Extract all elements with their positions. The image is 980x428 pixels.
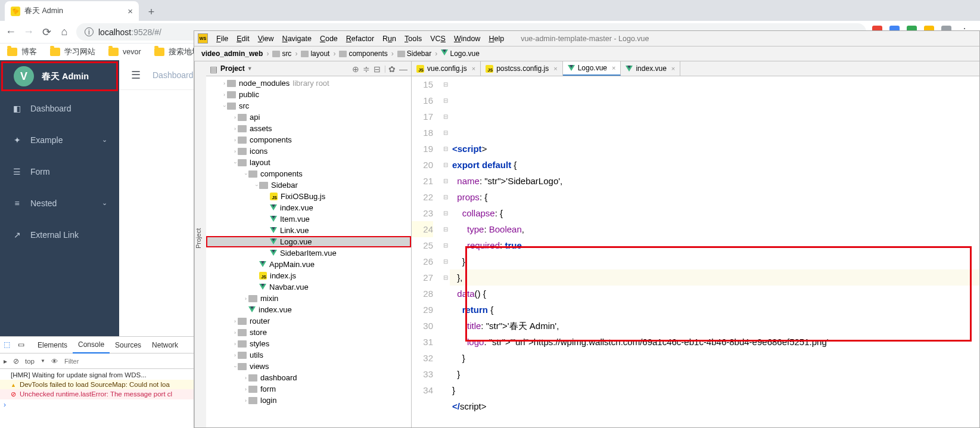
- menu-help[interactable]: Help: [485, 33, 508, 44]
- tree-node[interactable]: ›router: [206, 315, 411, 327]
- tree-node[interactable]: ›node_moduleslibrary root: [206, 77, 411, 89]
- home-button[interactable]: ⌂: [58, 26, 70, 38]
- clear-icon[interactable]: ⊘: [13, 357, 19, 365]
- editor-tab[interactable]: Logo.vue×: [563, 61, 621, 76]
- tree-node[interactable]: ›mixin: [206, 293, 411, 304]
- breadcrumb-item[interactable]: layout: [298, 49, 332, 58]
- tree-node[interactable]: ›Sidebar: [206, 179, 411, 191]
- devtools-tab-elements[interactable]: Elements: [32, 337, 73, 353]
- project-title[interactable]: Project: [220, 64, 245, 73]
- target-icon[interactable]: ⊕: [352, 64, 360, 73]
- tree-node[interactable]: index.vue: [206, 304, 411, 315]
- close-icon[interactable]: ×: [671, 65, 675, 72]
- tree-node[interactable]: Link.vue: [206, 225, 411, 236]
- breadcrumb-item[interactable]: Logo.vue: [438, 49, 482, 58]
- close-icon[interactable]: ×: [553, 65, 557, 72]
- tree-node[interactable]: JSFixiOSBug.js: [206, 191, 411, 202]
- menu-navigate[interactable]: Navigate: [279, 33, 315, 44]
- tree-node[interactable]: AppMain.vue: [206, 259, 411, 270]
- folder-icon: [238, 114, 247, 121]
- inspect-icon[interactable]: ⬚: [4, 340, 13, 350]
- editor-tab[interactable]: index.vue×: [621, 61, 680, 76]
- tree-node[interactable]: index.vue: [206, 202, 411, 213]
- menu-refactor[interactable]: Refactor: [343, 33, 378, 44]
- breadcrumb-item[interactable]: components: [337, 49, 390, 58]
- tree-node[interactable]: ›login: [206, 395, 411, 406]
- sidebar-item-external[interactable]: ↗ External Link: [0, 219, 119, 250]
- eye-icon[interactable]: 👁: [51, 358, 58, 365]
- tree-node[interactable]: ›public: [206, 89, 411, 100]
- breadcrumb-item[interactable]: src: [270, 49, 294, 58]
- back-button[interactable]: ←: [5, 26, 17, 38]
- editor-body[interactable]: 1516171819202122232425262728293031323334…: [412, 76, 979, 427]
- filter-input[interactable]: [64, 358, 100, 365]
- tree-arrow-icon: ›: [243, 171, 249, 176]
- devtools-tab-console[interactable]: Console: [73, 337, 110, 353]
- tree-node[interactable]: Logo.vue: [206, 236, 411, 247]
- tree-node[interactable]: ›utils: [206, 349, 411, 361]
- tab-close-icon[interactable]: ×: [127, 6, 133, 16]
- devtools-tab-sources[interactable]: Sources: [110, 337, 147, 353]
- sidebar-item-example[interactable]: ✦ Example ⌄: [0, 124, 119, 156]
- menu-vcs[interactable]: VCS: [427, 33, 449, 44]
- hamburger-icon[interactable]: ☰: [131, 69, 141, 82]
- collapse-icon[interactable]: ⊟: [374, 64, 382, 73]
- tree-node[interactable]: ›src: [206, 100, 411, 111]
- tree-node[interactable]: JSindex.js: [206, 270, 411, 281]
- menu-file[interactable]: File: [213, 33, 232, 44]
- breadcrumb-item[interactable]: Sidebar: [395, 49, 434, 58]
- breadcrumb-item[interactable]: video_admin_web: [199, 49, 265, 58]
- tree-node[interactable]: ›assets: [206, 123, 411, 134]
- new-tab-button[interactable]: +: [142, 3, 160, 21]
- devtools-tab-network[interactable]: Network: [147, 337, 183, 353]
- play-icon[interactable]: ▸: [4, 357, 7, 365]
- sidebar-item-nested[interactable]: ≡ Nested ⌄: [0, 187, 119, 219]
- menu-edit[interactable]: Edit: [233, 33, 253, 44]
- tree-node[interactable]: Navbar.vue: [206, 281, 411, 293]
- tree-node[interactable]: ›api: [206, 111, 411, 123]
- context-selector[interactable]: top: [25, 358, 35, 365]
- dropdown-icon[interactable]: ▼: [247, 66, 253, 72]
- sidebar-item-dashboard[interactable]: ◧ Dashboard: [0, 92, 119, 124]
- menu-tools[interactable]: Tools: [401, 33, 425, 44]
- tree-label: form: [260, 384, 276, 393]
- sidebar-logo[interactable]: V 春天 Admin: [1, 61, 118, 91]
- tree-node[interactable]: ›dashboard: [206, 372, 411, 383]
- sidebar-item-form[interactable]: ☰ Form: [0, 156, 119, 187]
- editor-tab[interactable]: JSpostcss.config.js×: [481, 61, 562, 76]
- forward-button[interactable]: →: [23, 26, 35, 38]
- folder-icon: [238, 125, 247, 132]
- expand-icon[interactable]: ≑: [363, 64, 371, 73]
- gear-icon[interactable]: ✿: [388, 64, 397, 73]
- hide-icon[interactable]: —: [399, 64, 407, 73]
- tree-node[interactable]: ›components: [206, 134, 411, 145]
- device-icon[interactable]: ▭: [18, 340, 27, 350]
- site-info-icon[interactable]: i: [85, 27, 94, 36]
- menu-run[interactable]: Run: [379, 33, 400, 44]
- bookmark-item[interactable]: 博客: [7, 47, 37, 57]
- tree-node[interactable]: ›store: [206, 327, 411, 338]
- bookmark-item[interactable]: 学习网站: [50, 47, 95, 57]
- console-prompt[interactable]: ›: [0, 399, 194, 410]
- tree-node[interactable]: ›styles: [206, 338, 411, 349]
- tree-node[interactable]: ›form: [206, 383, 411, 395]
- tree-node[interactable]: ›views: [206, 361, 411, 372]
- menu-view[interactable]: View: [254, 33, 278, 44]
- menu-code[interactable]: Code: [316, 33, 341, 44]
- menu-window[interactable]: Window: [450, 33, 484, 44]
- tree-node[interactable]: ›layout: [206, 157, 411, 168]
- editor-tab[interactable]: JSvue.config.js×: [412, 61, 481, 76]
- code-area[interactable]: <script>export default { name: "str">'Si…: [450, 76, 979, 427]
- reload-button[interactable]: ⟳: [41, 26, 52, 39]
- browser-tab[interactable]: 🐤 春天 Admin ×: [5, 1, 139, 21]
- close-icon[interactable]: ×: [472, 65, 475, 72]
- tree-node[interactable]: SidebarItem.vue: [206, 247, 411, 259]
- close-icon[interactable]: ×: [612, 64, 615, 72]
- tree-node[interactable]: ›icons: [206, 145, 411, 157]
- project-tree[interactable]: ›node_moduleslibrary root›public›src›api…: [206, 76, 411, 427]
- bookmark-item[interactable]: vevor: [108, 48, 141, 56]
- project-tool-tab[interactable]: Project: [194, 61, 206, 427]
- tree-node[interactable]: ›components: [206, 168, 411, 179]
- tree-node[interactable]: Item.vue: [206, 213, 411, 225]
- bookmark-item[interactable]: 搜索地址: [154, 47, 200, 57]
